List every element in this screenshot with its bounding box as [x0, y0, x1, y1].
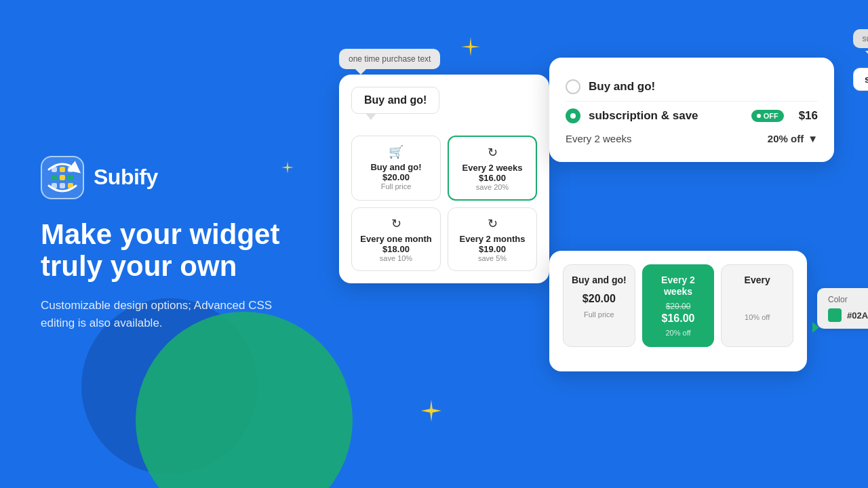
pill3-discount: 10% off [728, 313, 786, 321]
one-time-tooltip: one time purchase text [339, 49, 440, 69]
sub-tooltip-label: subscription purchase text [853, 29, 868, 48]
cart-icon: 🛒 [359, 144, 433, 159]
option2-price: $16 [799, 109, 818, 123]
right-panel: one time purchase text Buy and go! 🛒 Buy… [312, 20, 854, 468]
widget-card-2: subscription purchase text subscription … [549, 58, 834, 162]
subscription-tooltip: subscription purchase text [853, 29, 868, 51]
frequency-label: Every 2 weeks [566, 133, 632, 144]
refresh-icon-2: ↻ [359, 216, 433, 231]
radio-label-1: Buy and go! [589, 80, 818, 94]
radio-buy-go[interactable]: Buy and go! [566, 73, 818, 102]
color-label: Color [828, 295, 868, 304]
pill-every-other[interactable]: Every 10% off [721, 264, 793, 347]
option-buy-go[interactable]: 🛒 Buy and go! $20.00 Full price [351, 136, 441, 201]
pill2-discount: 20% off [650, 329, 707, 337]
sub-tooltip-inner-label: subscription & save [853, 68, 868, 91]
widget-card-1: Buy and go! 🛒 Buy and go! $20.00 Full pr… [339, 75, 549, 283]
pill1-discount: Full price [570, 310, 628, 319]
opt4-title: Every 2 months [455, 234, 530, 244]
buy-label-bubble: Buy and go! [351, 87, 439, 114]
pill3-title: Every [728, 274, 786, 286]
badge-dot [757, 114, 761, 118]
opt4-sub: save 5% [455, 254, 530, 262]
pill1-price: $20.00 [570, 293, 628, 305]
pill-every-2-weeks[interactable]: Every 2 weeks $20.00 $16.00 20% off [642, 264, 715, 347]
opt3-price: $18.00 [359, 244, 433, 254]
opt2-price: $16.00 [456, 173, 529, 183]
pill-options: Buy and go! $20.00 Full price Every 2 we… [563, 264, 793, 347]
option-every-2-weeks[interactable]: ↻ Every 2 weeks $16.00 save 20% [448, 136, 537, 201]
logo-icon [41, 156, 84, 199]
opt3-sub: save 10% [359, 254, 433, 262]
option-every-month[interactable]: ↻ Every one month $18.00 save 10% [351, 207, 441, 271]
subtext: Customizable design options; Advanced CS… [41, 297, 298, 333]
color-picker-tooltip: Color #02AA7D [817, 288, 868, 329]
opt2-title: Every 2 weeks [456, 163, 529, 173]
headline: Make your widget truly your own [41, 218, 298, 282]
refresh-icon-1: ↻ [456, 145, 529, 160]
discount-dropdown[interactable]: 20% off ▼ [768, 133, 818, 144]
option-every-2-months[interactable]: ↻ Every 2 months $19.00 save 5% [448, 207, 537, 271]
opt1-title: Buy and go! [359, 162, 433, 172]
opt3-title: Every one month [359, 234, 433, 244]
frequency-row: Every 2 weeks 20% off ▼ [566, 123, 818, 147]
option-grid: 🛒 Buy and go! $20.00 Full price ↻ Every … [351, 136, 537, 271]
left-panel: Subify Make your widget truly your own C… [41, 0, 298, 488]
color-hex: #02AA7D [847, 310, 868, 321]
pill2-price: $16.00 [650, 312, 707, 325]
brand-name: Subify [94, 165, 158, 190]
off-badge: OFF [751, 110, 784, 122]
logo-area: Subify [41, 156, 298, 199]
refresh-icon-3: ↻ [455, 216, 530, 231]
color-row: #02AA7D [828, 308, 868, 322]
opt2-sub: save 20% [456, 183, 529, 191]
radio-unchecked [566, 79, 580, 94]
opt4-price: $19.00 [455, 244, 530, 254]
pill2-orig: $20.00 [650, 302, 707, 311]
radio-subscription-save[interactable]: subscription & save OFF $16 [566, 102, 818, 123]
radio-label-2: subscription & save [589, 109, 743, 123]
opt1-price: $20.00 [359, 172, 433, 182]
chevron-down-icon: ▼ [808, 133, 818, 144]
radio-checked [566, 108, 580, 123]
widget-card-3: Buy and go! $20.00 Full price Every 2 we… [549, 251, 807, 371]
pill2-title: Every 2 weeks [650, 274, 707, 298]
color-swatch [828, 308, 842, 322]
color-tooltip-arrow [812, 322, 819, 333]
opt1-sub: Full price [359, 182, 433, 190]
pill-buy-go[interactable]: Buy and go! $20.00 Full price [563, 264, 635, 347]
pill1-title: Buy and go! [570, 274, 628, 286]
tooltip-arrow-down [865, 51, 868, 56]
